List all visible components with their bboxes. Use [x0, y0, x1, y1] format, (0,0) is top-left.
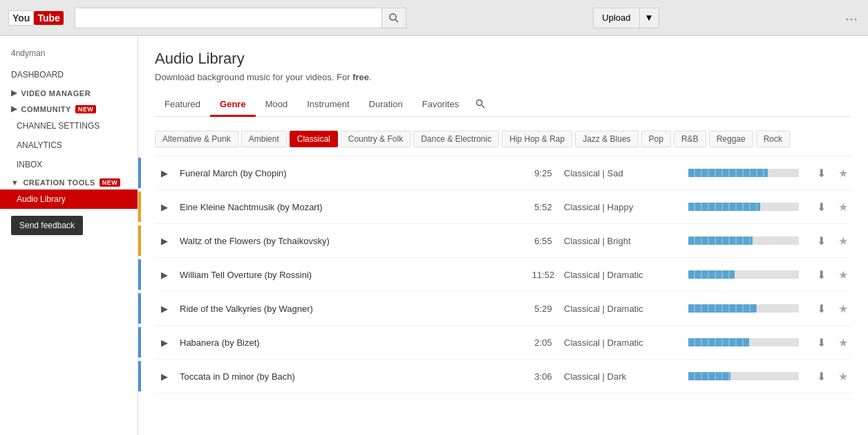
track-indicator [138, 293, 141, 324]
genre-btn-ambient[interactable]: Ambient [241, 131, 287, 147]
play-button[interactable]: ▶ [155, 299, 174, 318]
track-mood: Classical | Sad [564, 168, 688, 178]
track-waveform [688, 270, 799, 279]
sidebar-label: COMMUNITY [21, 105, 71, 113]
subtitle-text: Download background music for your video… [155, 72, 352, 82]
track-duration: 3:06 [522, 371, 564, 382]
sidebar-item-dashboard[interactable]: DASHBOARD [0, 65, 138, 84]
track-waveform [688, 237, 799, 245]
download-button[interactable]: ⬇ [813, 232, 829, 249]
sidebar-label: DASHBOARD [11, 70, 64, 80]
play-button[interactable]: ▶ [155, 333, 174, 352]
genre-btn-jazz-blues[interactable]: Jazz & Blues [575, 131, 638, 147]
genre-btn-dance-electronic[interactable]: Dance & Electronic [413, 131, 499, 147]
track-name: Ride of the Valkyries (by Wagner) [180, 304, 522, 314]
genre-btn-rnb[interactable]: R&B [674, 131, 706, 147]
download-button[interactable]: ⬇ [813, 198, 829, 215]
track-name: Funeral March (by Chopin) [180, 168, 522, 178]
genre-btn-alt-punk[interactable]: Alternative & Punk [155, 131, 238, 147]
main-layout: 4ndyman DASHBOARD ▶ VIDEO MANAGER ▶ COMM… [0, 36, 868, 435]
search-button[interactable] [381, 8, 406, 28]
table-row: ▶ Eine Kleine Nachtmusik (by Mozart) 5:5… [155, 190, 851, 224]
upload-dropdown-button[interactable]: ▼ [640, 8, 659, 28]
track-indicator [138, 259, 141, 290]
genre-btn-classical[interactable]: Classical [290, 131, 338, 147]
expand-icon: ▼ [11, 178, 19, 187]
page-title: Audio Library [155, 50, 851, 68]
sidebar-item-analytics[interactable]: ANALYTICS [0, 136, 138, 155]
favorite-button[interactable]: ★ [835, 165, 851, 181]
sidebar-item-channel-settings[interactable]: CHANNEL SETTINGS [0, 116, 138, 136]
tab-duration[interactable]: Duration [359, 93, 413, 117]
genre-btn-country-folk[interactable]: Country & Folk [341, 131, 411, 147]
tab-search[interactable] [469, 93, 492, 116]
youtube-logo: YouTube [8, 10, 64, 26]
favorite-button[interactable]: ★ [835, 232, 851, 249]
favorite-button[interactable]: ★ [835, 198, 851, 215]
sidebar-label: ANALYTICS [17, 140, 62, 150]
play-button[interactable]: ▶ [155, 197, 174, 216]
svg-point-3 [850, 19, 852, 21]
sidebar-section-video-manager[interactable]: ▶ VIDEO MANAGER [0, 84, 138, 100]
download-button[interactable]: ⬇ [813, 165, 829, 181]
favorite-button[interactable]: ★ [835, 300, 851, 317]
track-list: ▶ Funeral March (by Chopin) 9:25 Classic… [155, 156, 851, 394]
download-button[interactable]: ⬇ [813, 300, 829, 317]
track-duration: 9:25 [522, 168, 564, 178]
play-button[interactable]: ▶ [155, 265, 174, 284]
search-input[interactable] [75, 8, 381, 28]
logo-tube: Tube [34, 11, 63, 25]
svg-point-4 [854, 19, 856, 21]
play-button[interactable]: ▶ [155, 231, 174, 250]
send-feedback-button[interactable]: Send feedback [11, 216, 83, 235]
download-button[interactable]: ⬇ [813, 266, 829, 283]
track-duration: 5:29 [522, 304, 564, 314]
genre-btn-hiphop-rap[interactable]: Hip Hop & Rap [502, 131, 572, 147]
track-indicator [138, 192, 141, 222]
favorite-button[interactable]: ★ [835, 334, 851, 351]
favorite-button[interactable]: ★ [835, 368, 851, 385]
svg-point-5 [477, 100, 482, 106]
sidebar-section-creation-tools[interactable]: ▼ CREATION TOOLS NEW [0, 174, 138, 189]
play-button[interactable]: ▶ [155, 367, 174, 386]
table-row: ▶ William Tell Overture (by Rossini) 11:… [155, 258, 851, 292]
track-indicator [138, 158, 141, 188]
new-badge-community: NEW [75, 105, 97, 113]
tab-favorites[interactable]: Favorites [413, 93, 469, 117]
play-button[interactable]: ▶ [155, 163, 174, 183]
logo-you: You [8, 10, 34, 26]
search-icon [388, 12, 399, 24]
tab-instrument[interactable]: Instrument [297, 93, 359, 117]
genre-filter: Alternative & Punk Ambient Classical Cou… [155, 125, 851, 156]
track-mood: Classical | Dramatic [564, 337, 688, 348]
genre-btn-rock[interactable]: Rock [756, 131, 790, 147]
genre-btn-reggae[interactable]: Reggae [709, 131, 753, 147]
track-mood: Classical | Dark [564, 371, 688, 382]
more-icon [846, 18, 857, 21]
subtitle-end: . [369, 72, 372, 82]
tab-genre[interactable]: Genre [210, 93, 256, 117]
tab-mood[interactable]: Mood [256, 93, 298, 117]
track-mood: Classical | Dramatic [564, 304, 688, 314]
track-duration: 6:55 [522, 236, 564, 246]
table-row: ▶ Habanera (by Bizet) 2:05 Classical | D… [155, 326, 851, 360]
upload-button[interactable]: Upload [593, 8, 639, 28]
sidebar-label: INBOX [17, 160, 42, 169]
table-row: ▶ Toccata in D minor (by Bach) 3:06 Clas… [155, 360, 851, 394]
track-indicator [138, 225, 141, 256]
sidebar-section-community[interactable]: ▶ COMMUNITY NEW [0, 100, 138, 116]
tab-featured[interactable]: Featured [155, 93, 210, 117]
track-waveform [688, 372, 799, 380]
genre-btn-pop[interactable]: Pop [641, 131, 671, 147]
sidebar-item-audio-library[interactable]: Audio Library [0, 189, 138, 209]
chevron-down-icon: ▼ [644, 12, 653, 23]
download-button[interactable]: ⬇ [813, 334, 829, 351]
track-mood: Classical | Dramatic [564, 270, 688, 280]
sidebar-item-inbox[interactable]: INBOX [0, 155, 138, 174]
tabs-bar: Featured Genre Mood Instrument Duration … [155, 93, 851, 117]
track-duration: 2:05 [522, 337, 564, 348]
favorite-button[interactable]: ★ [835, 266, 851, 283]
header-spacer [846, 12, 860, 23]
track-duration: 5:52 [522, 202, 564, 212]
download-button[interactable]: ⬇ [813, 368, 829, 385]
